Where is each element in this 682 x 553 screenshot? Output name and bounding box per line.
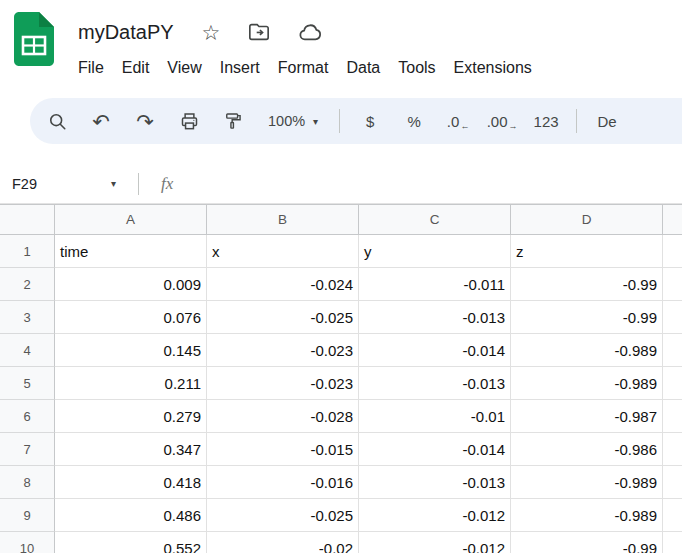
paint-format-icon[interactable] bbox=[214, 103, 252, 139]
column-header-b[interactable]: B bbox=[207, 205, 359, 235]
menu-edit[interactable]: Edit bbox=[113, 54, 159, 82]
undo-icon[interactable]: ↶ bbox=[82, 103, 120, 139]
cell-c5[interactable]: -0.013 bbox=[359, 367, 511, 400]
table-row: 90.486-0.025-0.012-0.989 bbox=[0, 499, 682, 532]
arrow-left-icon: ← bbox=[460, 121, 469, 131]
cell-a8[interactable]: 0.418 bbox=[55, 466, 207, 499]
cell-partial bbox=[663, 433, 682, 466]
name-box[interactable]: F29 ▾ bbox=[0, 176, 126, 192]
cell-a7[interactable]: 0.347 bbox=[55, 433, 207, 466]
table-row: 30.076-0.025-0.013-0.99 bbox=[0, 301, 682, 334]
cell-d7[interactable]: -0.986 bbox=[511, 433, 663, 466]
cell-c4[interactable]: -0.014 bbox=[359, 334, 511, 367]
title-row: myDataPY ☆ bbox=[78, 12, 541, 52]
sheets-logo[interactable] bbox=[14, 12, 54, 66]
cell-d9[interactable]: -0.989 bbox=[511, 499, 663, 532]
select-all-corner[interactable] bbox=[0, 205, 55, 235]
cell-b10[interactable]: -0.02 bbox=[207, 532, 359, 553]
cell-d3[interactable]: -0.99 bbox=[511, 301, 663, 334]
row-header-5[interactable]: 5 bbox=[0, 367, 55, 400]
cell-a2[interactable]: 0.009 bbox=[55, 268, 207, 301]
cell-d4[interactable]: -0.989 bbox=[511, 334, 663, 367]
document-title[interactable]: myDataPY bbox=[78, 21, 174, 44]
cell-c1[interactable]: y bbox=[359, 235, 511, 268]
cell-c2[interactable]: -0.011 bbox=[359, 268, 511, 301]
row-header-2[interactable]: 2 bbox=[0, 268, 55, 301]
column-header-d[interactable]: D bbox=[511, 205, 663, 235]
column-header-a[interactable]: A bbox=[55, 205, 207, 235]
cell-a3[interactable]: 0.076 bbox=[55, 301, 207, 334]
cell-b5[interactable]: -0.023 bbox=[207, 367, 359, 400]
column-header-c[interactable]: C bbox=[359, 205, 511, 235]
cell-a6[interactable]: 0.279 bbox=[55, 400, 207, 433]
table-row: 70.347-0.015-0.014-0.986 bbox=[0, 433, 682, 466]
print-icon[interactable] bbox=[170, 103, 208, 139]
app-header: myDataPY ☆ File Edit View Insert Format bbox=[0, 0, 682, 82]
arrow-right-icon: → bbox=[509, 121, 518, 131]
toolbar-divider bbox=[339, 109, 340, 133]
cell-d5[interactable]: -0.989 bbox=[511, 367, 663, 400]
cell-d2[interactable]: -0.99 bbox=[511, 268, 663, 301]
column-header-partial bbox=[663, 205, 682, 235]
cell-partial bbox=[663, 334, 682, 367]
cell-a9[interactable]: 0.486 bbox=[55, 499, 207, 532]
cell-c8[interactable]: -0.013 bbox=[359, 466, 511, 499]
star-icon[interactable]: ☆ bbox=[202, 22, 221, 43]
menu-view[interactable]: View bbox=[158, 54, 210, 82]
star-glyph: ☆ bbox=[202, 22, 221, 43]
cell-a5[interactable]: 0.211 bbox=[55, 367, 207, 400]
cell-reference: F29 bbox=[12, 176, 37, 192]
fx-label: fx bbox=[161, 174, 173, 194]
cell-partial bbox=[663, 235, 682, 268]
cell-b4[interactable]: -0.023 bbox=[207, 334, 359, 367]
menu-insert[interactable]: Insert bbox=[211, 54, 269, 82]
menu-tools[interactable]: Tools bbox=[389, 54, 444, 82]
zoom-select[interactable]: 100% ▾ bbox=[258, 103, 328, 139]
sheets-logo-icon bbox=[14, 12, 54, 66]
cell-d8[interactable]: -0.989 bbox=[511, 466, 663, 499]
cell-d6[interactable]: -0.987 bbox=[511, 400, 663, 433]
row-header-9[interactable]: 9 bbox=[0, 499, 55, 532]
row-header-6[interactable]: 6 bbox=[0, 400, 55, 433]
menu-data[interactable]: Data bbox=[337, 54, 389, 82]
row-header-3[interactable]: 3 bbox=[0, 301, 55, 334]
row-header-7[interactable]: 7 bbox=[0, 433, 55, 466]
search-icon[interactable] bbox=[38, 103, 76, 139]
cell-b3[interactable]: -0.025 bbox=[207, 301, 359, 334]
cell-partial bbox=[663, 499, 682, 532]
row-header-8[interactable]: 8 bbox=[0, 466, 55, 499]
cell-a4[interactable]: 0.145 bbox=[55, 334, 207, 367]
menu-file[interactable]: File bbox=[69, 54, 113, 82]
cell-b2[interactable]: -0.024 bbox=[207, 268, 359, 301]
increase-decimal-button[interactable]: .00 → bbox=[483, 103, 521, 139]
cell-b7[interactable]: -0.015 bbox=[207, 433, 359, 466]
cell-a10[interactable]: 0.552 bbox=[55, 532, 207, 553]
table-row: 1timexyz bbox=[0, 235, 682, 268]
cell-b8[interactable]: -0.016 bbox=[207, 466, 359, 499]
menu-extensions[interactable]: Extensions bbox=[445, 54, 541, 82]
cell-c6[interactable]: -0.01 bbox=[359, 400, 511, 433]
number-format-button[interactable]: 123 bbox=[527, 103, 565, 139]
currency-format-button[interactable]: $ bbox=[351, 103, 389, 139]
cell-c10[interactable]: -0.012 bbox=[359, 532, 511, 553]
cell-a1[interactable]: time bbox=[55, 235, 207, 268]
row-header-4[interactable]: 4 bbox=[0, 334, 55, 367]
cell-b6[interactable]: -0.028 bbox=[207, 400, 359, 433]
cell-d1[interactable]: z bbox=[511, 235, 663, 268]
redo-icon[interactable]: ↷ bbox=[126, 103, 164, 139]
menu-bar: File Edit View Insert Format Data Tools … bbox=[69, 54, 541, 82]
cell-d10[interactable]: -0.99 bbox=[511, 532, 663, 553]
decrease-decimal-button[interactable]: .0 ← bbox=[439, 103, 477, 139]
row-header-1[interactable]: 1 bbox=[0, 235, 55, 268]
move-to-folder-icon[interactable] bbox=[248, 21, 270, 43]
percent-format-button[interactable]: % bbox=[395, 103, 433, 139]
font-select[interactable]: De bbox=[588, 103, 626, 139]
cell-c9[interactable]: -0.012 bbox=[359, 499, 511, 532]
cloud-status-icon[interactable] bbox=[298, 20, 323, 45]
menu-format[interactable]: Format bbox=[269, 54, 338, 82]
cell-c3[interactable]: -0.013 bbox=[359, 301, 511, 334]
cell-b1[interactable]: x bbox=[207, 235, 359, 268]
cell-b9[interactable]: -0.025 bbox=[207, 499, 359, 532]
row-header-10[interactable]: 10 bbox=[0, 532, 55, 553]
cell-c7[interactable]: -0.014 bbox=[359, 433, 511, 466]
